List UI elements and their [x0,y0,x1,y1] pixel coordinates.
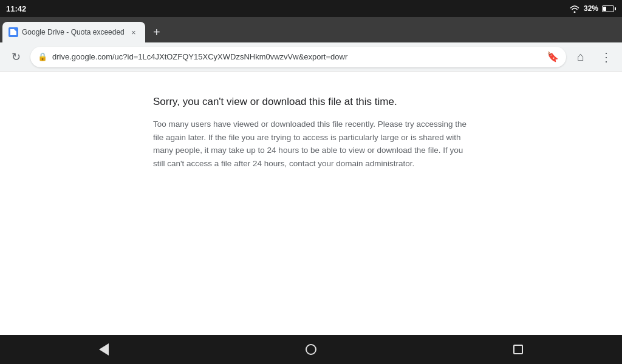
tab-title: Google Drive - Quota exceeded [22,28,125,36]
back-button[interactable] [89,335,118,364]
reload-icon: ↻ [12,50,21,64]
recents-button[interactable] [504,335,533,364]
status-time: 11:42 [6,4,26,13]
reload-button[interactable]: ↻ [5,46,27,68]
bookmark-icon[interactable]: 🔖 [547,51,559,62]
battery-indicator [602,5,616,12]
error-title: Sorry, you can't view or download this f… [153,96,469,108]
home-nav-icon [306,344,316,355]
time-display: 11:42 [6,4,26,13]
bottom-nav [0,335,622,364]
status-bar: 11:42 32% [0,0,622,17]
browser-content: Sorry, you can't view or download this f… [0,72,622,335]
new-tab-button[interactable]: + [148,23,166,41]
url-text: drive.google.com/uc?id=1Lc4JXtOZFQY15XCy… [52,52,542,61]
tab-favicon [9,27,18,37]
error-body: Too many users have viewed or downloaded… [153,118,469,170]
active-tab[interactable]: Google Drive - Quota exceeded × [2,22,145,42]
back-icon [99,343,109,356]
tab-close-button[interactable]: × [128,27,139,38]
status-indicators: 32% [569,4,616,13]
home-nav-button[interactable] [296,335,326,364]
battery-percent: 32% [584,4,598,13]
menu-button[interactable]: ⋮ [595,46,617,68]
url-bar[interactable]: 🔒 drive.google.com/uc?id=1Lc4JXtOZFQY15X… [30,47,566,67]
lock-icon: 🔒 [38,52,47,61]
home-button[interactable]: ⌂ [570,46,592,68]
wifi-icon [569,4,580,13]
home-icon: ⌂ [577,50,584,64]
error-container: Sorry, you can't view or download this f… [153,96,469,170]
recents-icon [513,345,523,354]
tab-bar: Google Drive - Quota exceeded × + [0,17,622,42]
address-bar: ↻ 🔒 drive.google.com/uc?id=1Lc4JXtOZFQY1… [0,42,622,72]
more-icon: ⋮ [600,50,612,64]
